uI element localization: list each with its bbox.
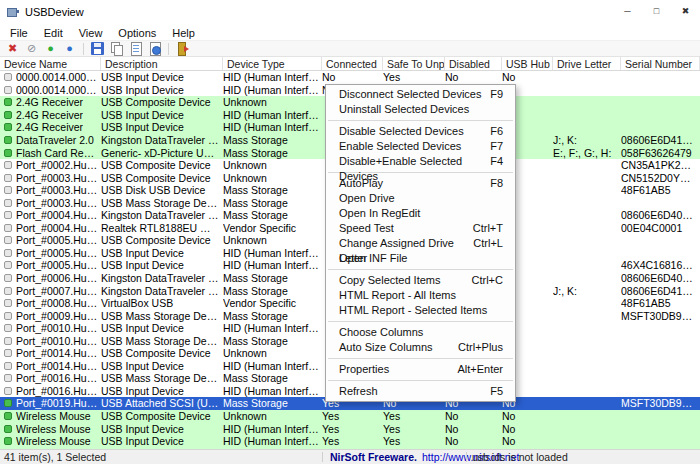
usb-device-icon <box>4 437 12 445</box>
usb-device-icon <box>4 199 12 207</box>
table-row[interactable]: Wireless MouseUSB Input DeviceHID (Human… <box>0 435 700 448</box>
exit-button[interactable] <box>173 41 192 57</box>
close-button[interactable]: ✖ <box>671 0 700 23</box>
context-menu-item-shortcut: Alt+Enter <box>457 362 503 377</box>
column-header-drive-letter[interactable]: Drive Letter <box>553 57 621 70</box>
cell-device-type: HID (Human Interface D... <box>223 360 322 372</box>
cell-safe-to-unpl: Yes <box>383 423 445 435</box>
cell-description: USB Input Device <box>101 121 223 133</box>
cell-description: Realtek RTL8188EU Wireless L... <box>101 222 223 234</box>
usb-device-icon <box>4 111 12 119</box>
device-name-text: Port_#0006.Hub_#0001 <box>16 272 98 284</box>
cell-description: VirtualBox USB <box>101 297 223 309</box>
device-name-cell: 2.4G Receiver <box>0 109 101 121</box>
usb-device-icon <box>4 274 12 282</box>
context-menu-item-open-drive[interactable]: Open Drive <box>326 191 515 206</box>
disable-dot-icon: ● <box>63 42 76 55</box>
minimize-button[interactable]: ─ <box>613 0 642 23</box>
column-header-safe-to-unpl[interactable]: Safe To Unpl... <box>383 57 445 70</box>
menu-bar: FileEditViewOptionsHelp <box>0 23 700 41</box>
device-name-text: Port_#0004.Hub_#0001 <box>16 209 98 221</box>
context-menu-item-label: Copy Selected Items <box>339 273 441 288</box>
html-report-button[interactable] <box>145 41 164 57</box>
cell-device-type: HID (Human Interface D... <box>223 322 322 334</box>
column-header-description[interactable]: Description <box>101 57 223 70</box>
cell-device-type: Mass Storage <box>223 335 322 347</box>
context-menu-item-properties[interactable]: PropertiesAlt+Enter <box>326 362 515 377</box>
menu-edit[interactable]: Edit <box>36 25 71 41</box>
column-header-device-name[interactable]: Device Name <box>0 57 101 70</box>
context-menu-item-shortcut: F4 <box>490 154 503 169</box>
delete-icon: ✖ <box>6 42 19 55</box>
context-menu-item-choose-columns[interactable]: Choose Columns <box>326 325 515 340</box>
device-name-text: Port_#0005.Hub_#0001 <box>16 247 98 259</box>
usbdeview-window: USBDeview ─ □ ✖ FileEditViewOptionsHelp … <box>0 0 700 464</box>
usb-device-icon <box>4 337 12 345</box>
usb-device-icon <box>4 374 12 382</box>
cell-serial-number: 00E04C0001 <box>621 222 700 234</box>
context-menu-item-html-report-all-items[interactable]: HTML Report - All Items <box>326 288 515 303</box>
toolbar-separator <box>83 43 84 55</box>
device-name-cell: Port_#0009.Hub_#0001 <box>0 310 101 322</box>
cell-usb-hub: No <box>502 435 553 447</box>
context-menu-item-label: Change Assigned Drive Letter <box>339 236 473 251</box>
column-header-disabled[interactable]: Disabled <box>445 57 502 70</box>
cell-description: USB Disk USB Device <box>101 184 223 196</box>
context-menu-item-change-assigned-drive-letter[interactable]: Change Assigned Drive LetterCtrl+L <box>326 236 515 251</box>
context-menu-item-open-inf-file[interactable]: Open INF File <box>326 251 515 266</box>
disconnect-device-button[interactable]: ⊘ <box>22 41 41 57</box>
copy-selected-button[interactable] <box>107 41 126 57</box>
context-menu-item-speed-test[interactable]: Speed TestCtrl+T <box>326 221 515 236</box>
column-header-connected[interactable]: Connected <box>322 57 383 70</box>
menu-view[interactable]: View <box>71 25 111 41</box>
context-menu-item-html-report-selected-items[interactable]: HTML Report - Selected Items <box>326 303 515 318</box>
status-divider <box>466 452 467 462</box>
usb-device-icon <box>4 349 12 357</box>
cell-description: USB Input Device <box>101 385 223 397</box>
context-menu-item-disable-enable-selected-devices[interactable]: Disable+Enable Selected DevicesF4 <box>326 154 515 169</box>
menu-file[interactable]: File <box>2 25 36 41</box>
cell-disabled: No <box>445 71 502 83</box>
device-name-text: Flash Card Reader/Wri... <box>16 147 98 159</box>
table-row[interactable]: Wireless MouseUSB Input DeviceHID (Human… <box>0 422 700 435</box>
context-menu-item-label: HTML Report - All Items <box>339 288 456 303</box>
context-menu-item-disable-selected-devices[interactable]: Disable Selected DevicesF6 <box>326 124 515 139</box>
context-menu-item-uninstall-selected-devices[interactable]: Uninstall Selected Devices <box>326 102 515 117</box>
device-name-cell: Wireless Mouse <box>0 423 101 435</box>
cell-device-type: Vendor Specific <box>223 297 322 309</box>
context-menu-item-shortcut: F6 <box>490 124 503 139</box>
column-header-usb-hub[interactable]: USB Hub <box>502 57 553 70</box>
enable-device-button[interactable]: ● <box>41 41 60 57</box>
context-menu-item-label: Auto Size Columns <box>339 340 433 355</box>
context-menu-item-auto-size-columns[interactable]: Auto Size ColumnsCtrl+Plus <box>326 340 515 355</box>
usb-device-icon <box>4 362 12 370</box>
context-menu-item-open-in-regedit[interactable]: Open In RegEdit <box>326 206 515 221</box>
save-report-button[interactable] <box>88 41 107 57</box>
context-menu-item-disconnect-selected-devices[interactable]: Disconnect Selected DevicesF9 <box>326 87 515 102</box>
maximize-button[interactable]: □ <box>642 0 671 23</box>
menu-help[interactable]: Help <box>164 25 203 41</box>
context-menu-item-copy-selected-items[interactable]: Copy Selected ItemsCtrl+C <box>326 273 515 288</box>
enable-dot-icon: ● <box>44 42 57 55</box>
cell-description: USB Mass Storage Device <box>101 310 223 322</box>
cell-description: USB Composite Device <box>101 410 223 422</box>
disable-device-button[interactable]: ● <box>60 41 79 57</box>
window-controls: ─ □ ✖ <box>613 0 700 23</box>
usb-device-icon <box>4 73 12 81</box>
cell-device-type: Mass Storage <box>223 285 322 297</box>
menu-options[interactable]: Options <box>110 25 164 41</box>
toolbar: ✖⊘●● <box>0 41 700 57</box>
app-icon <box>7 5 20 18</box>
uninstall-device-button[interactable]: ✖ <box>3 41 22 57</box>
context-menu-item-label: Properties <box>339 362 389 377</box>
column-header-serial-number[interactable]: Serial Number <box>621 57 700 70</box>
context-menu-item-enable-selected-devices[interactable]: Enable Selected DevicesF7 <box>326 139 515 154</box>
column-header-device-type[interactable]: Device Type <box>223 57 322 70</box>
properties-button[interactable] <box>126 41 145 57</box>
context-menu-item-autoplay[interactable]: AutoPlayF8 <box>326 176 515 191</box>
table-row[interactable]: Wireless MouseUSB Composite DeviceUnknow… <box>0 410 700 423</box>
device-name-cell: Port_#0005.Hub_#0001 <box>0 259 101 271</box>
table-row[interactable]: 0000.0014.0000.010.00...USB Input Device… <box>0 71 700 84</box>
cell-serial-number: 08606E6D415EF06... <box>621 285 700 297</box>
context-menu-item-refresh[interactable]: RefreshF5 <box>326 384 515 399</box>
